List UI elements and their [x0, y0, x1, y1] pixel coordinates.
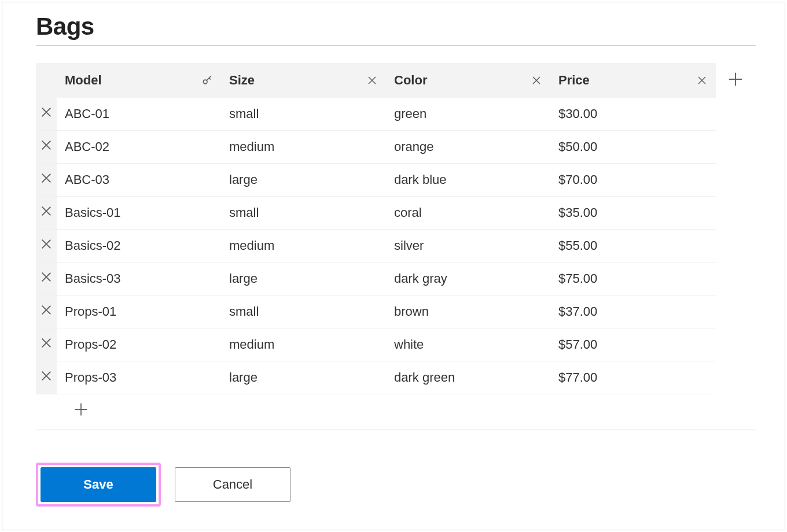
table-row: Props-02mediumwhite$57.00	[36, 328, 716, 361]
cancel-button[interactable]: Cancel	[175, 467, 290, 502]
add-row-area	[36, 394, 716, 426]
column-header-label: Size	[229, 73, 255, 88]
cell-color[interactable]: green	[386, 98, 550, 131]
column-header-price[interactable]: Price	[550, 63, 716, 98]
cell-price[interactable]: $57.00	[550, 328, 716, 361]
table-row: Props-01smallbrown$37.00	[36, 295, 716, 328]
delete-cell	[36, 131, 57, 164]
cell-color[interactable]: brown	[386, 295, 550, 328]
cell-price[interactable]: $55.00	[550, 230, 716, 263]
delete-row-button[interactable]	[36, 263, 57, 295]
delete-row-button[interactable]	[36, 230, 57, 262]
delete-row-button[interactable]	[36, 131, 57, 163]
cell-color[interactable]: dark gray	[386, 263, 550, 295]
table-row: ABC-03largedark blue$70.00	[36, 164, 716, 197]
delete-cell	[36, 98, 57, 131]
cell-model[interactable]: Props-01	[57, 295, 221, 328]
cell-model[interactable]: ABC-01	[57, 98, 221, 131]
cell-size[interactable]: medium	[221, 131, 386, 164]
column-header-row: Model Size Color	[36, 63, 716, 98]
close-icon	[40, 172, 53, 188]
close-icon	[40, 337, 53, 353]
cell-price[interactable]: $50.00	[550, 131, 716, 164]
cell-color[interactable]: white	[386, 328, 550, 361]
close-icon	[40, 304, 53, 320]
delete-row-button[interactable]	[36, 295, 57, 328]
remove-column-icon[interactable]	[694, 72, 710, 88]
table-row: Basics-03largedark gray$75.00	[36, 263, 716, 295]
cell-size[interactable]: large	[221, 263, 386, 295]
title-divider	[36, 45, 756, 46]
cell-price[interactable]: $35.00	[550, 197, 716, 230]
delete-row-button[interactable]	[36, 164, 57, 196]
cell-model[interactable]: ABC-03	[57, 164, 221, 197]
delete-cell	[36, 197, 57, 230]
remove-column-icon[interactable]	[528, 72, 545, 88]
cell-size[interactable]: medium	[221, 230, 386, 263]
cell-price[interactable]: $77.00	[550, 361, 716, 394]
cell-color[interactable]: dark green	[386, 361, 550, 394]
cell-size[interactable]: medium	[221, 328, 386, 361]
delete-row-button[interactable]	[36, 328, 57, 361]
close-icon	[40, 139, 53, 155]
cell-color[interactable]: coral	[386, 197, 550, 230]
cell-price[interactable]: $75.00	[550, 263, 716, 295]
delete-cell	[36, 328, 57, 361]
cell-model[interactable]: Props-02	[57, 328, 221, 361]
remove-column-icon[interactable]	[364, 72, 380, 88]
cell-model[interactable]: Basics-02	[57, 230, 221, 263]
svg-point-0	[203, 80, 207, 84]
column-header-delete	[36, 63, 57, 98]
cell-size[interactable]: small	[221, 295, 386, 328]
cell-size[interactable]: small	[221, 98, 386, 131]
delete-cell	[36, 230, 57, 263]
table-row: Props-03largedark green$77.00	[36, 361, 716, 394]
plus-icon	[727, 71, 744, 90]
cell-size[interactable]: large	[221, 164, 386, 197]
key-icon[interactable]	[199, 72, 215, 88]
cell-color[interactable]: silver	[386, 230, 550, 263]
cell-size[interactable]: small	[221, 197, 386, 230]
cell-price[interactable]: $37.00	[550, 295, 716, 328]
column-header-size[interactable]: Size	[221, 63, 386, 98]
delete-row-button[interactable]	[36, 361, 57, 394]
delete-cell	[36, 361, 57, 394]
column-header-label: Model	[65, 73, 102, 88]
delete-row-button[interactable]	[36, 197, 57, 229]
delete-cell	[36, 263, 57, 295]
page-title: Bags	[36, 13, 756, 40]
cell-color[interactable]: orange	[386, 131, 550, 164]
plus-icon	[73, 401, 89, 420]
add-column-button[interactable]	[718, 63, 753, 98]
save-button[interactable]: Save	[41, 467, 156, 502]
close-icon	[40, 370, 53, 386]
footer-divider	[36, 430, 756, 430]
save-highlight: Save	[36, 463, 161, 507]
delete-cell	[36, 295, 57, 328]
close-icon	[40, 106, 53, 122]
column-header-model[interactable]: Model	[57, 63, 221, 98]
cell-model[interactable]: Basics-01	[57, 197, 221, 230]
cell-size[interactable]: large	[221, 361, 386, 394]
column-header-label: Color	[394, 73, 427, 88]
add-row-button[interactable]	[64, 394, 98, 427]
grid-area: Model Size Color	[36, 63, 756, 394]
cell-model[interactable]: Props-03	[57, 361, 221, 394]
button-bar: Save Cancel	[36, 463, 756, 507]
close-icon	[40, 205, 53, 221]
cell-price[interactable]: $30.00	[550, 98, 716, 131]
column-header-color[interactable]: Color	[386, 63, 550, 98]
data-grid: Model Size Color	[36, 63, 716, 394]
column-header-label: Price	[558, 73, 590, 88]
table-row: Basics-02mediumsilver$55.00	[36, 230, 716, 263]
cell-model[interactable]: ABC-02	[57, 131, 221, 164]
cell-price[interactable]: $70.00	[550, 164, 716, 197]
cell-model[interactable]: Basics-03	[57, 263, 221, 295]
editor-window: Bags Model Size	[2, 2, 785, 530]
close-icon	[40, 271, 53, 287]
cell-color[interactable]: dark blue	[386, 164, 550, 197]
table-row: ABC-02mediumorange$50.00	[36, 131, 716, 164]
delete-row-button[interactable]	[36, 98, 57, 130]
close-icon	[40, 238, 53, 254]
delete-cell	[36, 164, 57, 197]
